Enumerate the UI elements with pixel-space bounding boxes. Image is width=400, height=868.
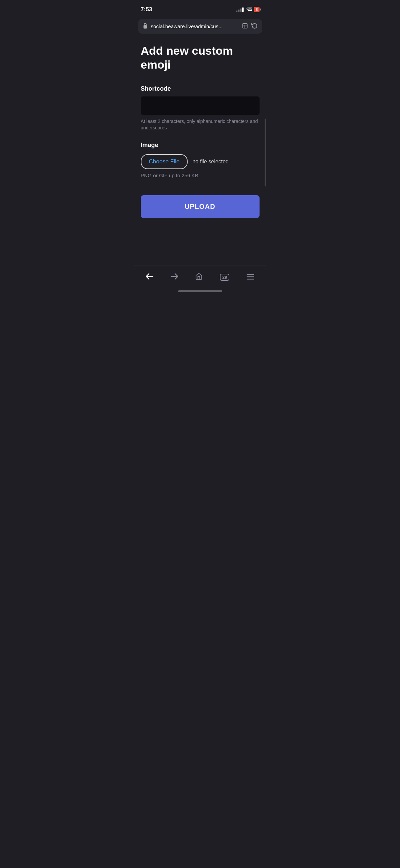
no-file-text: no file selected bbox=[192, 159, 229, 165]
tabs-button[interactable]: 29 bbox=[214, 271, 235, 284]
image-section: Image Choose File no file selected PNG o… bbox=[141, 142, 260, 178]
bottom-nav: 29 bbox=[134, 266, 266, 288]
choose-file-button[interactable]: Choose File bbox=[141, 154, 188, 169]
svg-rect-2 bbox=[243, 23, 247, 28]
image-label: Image bbox=[141, 142, 260, 149]
file-hint: PNG or GIF up to 256 KB bbox=[141, 173, 260, 178]
status-bar: 7:53 8 bbox=[134, 0, 266, 17]
file-input-row: Choose File no file selected bbox=[141, 154, 260, 169]
menu-button[interactable] bbox=[241, 270, 260, 285]
forward-button[interactable] bbox=[165, 270, 184, 285]
lock-icon bbox=[143, 23, 148, 30]
url-text: social.beaware.live/admin/cus... bbox=[151, 23, 239, 29]
signal-icon bbox=[236, 7, 244, 12]
home-icon bbox=[195, 273, 203, 282]
svg-rect-1 bbox=[144, 25, 147, 29]
battery-icon: 8 bbox=[254, 7, 259, 12]
page-title: Add new custom emoji bbox=[141, 44, 260, 72]
address-bar[interactable]: social.beaware.live/admin/cus... bbox=[138, 19, 262, 34]
status-time: 7:53 bbox=[141, 6, 152, 13]
tabs-icon[interactable] bbox=[242, 23, 248, 30]
refresh-icon[interactable] bbox=[251, 22, 258, 30]
shortcode-hint: At least 2 characters, only alphanumeric… bbox=[141, 118, 260, 131]
forward-icon bbox=[171, 273, 178, 282]
back-button[interactable] bbox=[140, 270, 159, 285]
main-content: Add new custom emoji Shortcode At least … bbox=[134, 34, 266, 266]
home-bar bbox=[178, 290, 222, 292]
wifi-icon bbox=[246, 7, 252, 13]
menu-icon bbox=[247, 273, 254, 282]
shortcode-section: Shortcode At least 2 characters, only al… bbox=[141, 85, 260, 131]
back-icon bbox=[146, 273, 153, 282]
status-icons: 8 bbox=[236, 7, 259, 13]
tabs-count: 29 bbox=[220, 274, 229, 281]
upload-button[interactable]: UPLOAD bbox=[141, 195, 260, 218]
nav-items: 29 bbox=[134, 270, 266, 285]
home-indicator bbox=[134, 288, 266, 293]
scrollbar bbox=[265, 119, 266, 186]
shortcode-input[interactable] bbox=[141, 96, 260, 115]
home-button[interactable] bbox=[190, 270, 208, 285]
shortcode-label: Shortcode bbox=[141, 85, 260, 92]
